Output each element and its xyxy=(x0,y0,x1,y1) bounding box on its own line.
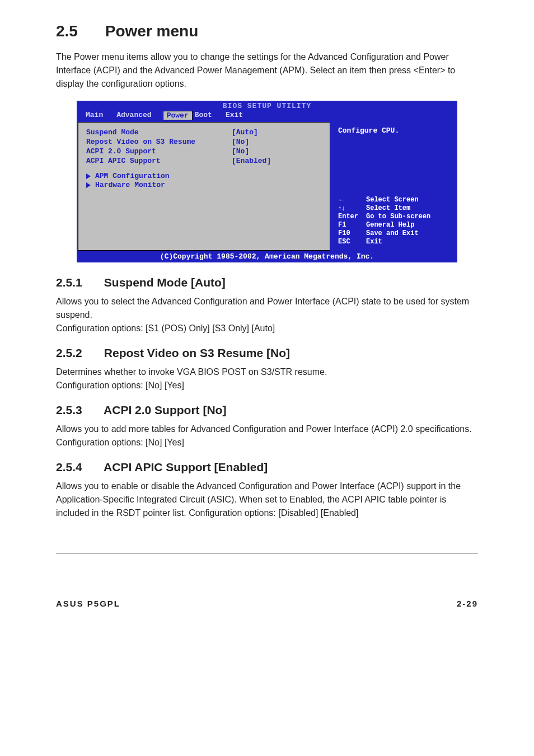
arrow-updown-icon: ↑↓ xyxy=(338,204,366,212)
bios-key-label: Enter xyxy=(338,213,366,220)
bios-row: ACPI 2.0 Support [No] xyxy=(86,147,322,156)
bios-tab-main: Main xyxy=(83,111,114,119)
intro-paragraph: The Power menu items allow you to change… xyxy=(56,50,478,91)
bios-row-value: [No] xyxy=(232,147,249,156)
subsection-heading: Repost Video on S3 Resume [No] xyxy=(104,346,290,359)
bios-row-label: ACPI 2.0 Support xyxy=(86,147,232,156)
subsection-title: 2.5.3 ACPI 2.0 Support [No] xyxy=(56,403,478,417)
subsection-body: Determines whether to invoke VGA BIOS PO… xyxy=(56,365,478,392)
subsection-number: 2.5.3 xyxy=(56,403,101,417)
body-line: Configuration options: [No] [Yes] xyxy=(56,381,184,390)
bios-tab-bar: Main Advanced Power Boot Exit xyxy=(77,111,457,122)
bios-tab-power: Power xyxy=(163,111,193,120)
arrow-left-icon: ← xyxy=(338,196,366,204)
footer-divider xyxy=(56,553,478,554)
bios-screenshot: BIOS SETUP UTILITY Main Advanced Power B… xyxy=(77,101,457,262)
subsection-title: 2.5.2 Repost Video on S3 Resume [No] xyxy=(56,346,478,360)
body-line: Determines whether to invoke VGA BIOS PO… xyxy=(56,367,327,377)
bios-key-label: F1 xyxy=(338,221,366,229)
section-title: 2.5 Power menu xyxy=(56,22,478,40)
bios-tab-boot: Boot xyxy=(193,111,223,119)
bios-row: Repost Video on S3 Resume [No] xyxy=(86,138,322,146)
bios-submenu-label: APM Configuration xyxy=(95,172,170,180)
bios-side-panel: Configure CPU. ← Select Screen ↑↓ Select… xyxy=(330,122,456,251)
bios-submenu-item: Hardware Monitor xyxy=(86,181,322,189)
bios-key-desc: General Help xyxy=(366,221,414,229)
bios-submenu-item: APM Configuration xyxy=(86,172,322,180)
section-number: 2.5 xyxy=(56,22,101,40)
bios-key-row: ← Select Screen xyxy=(338,196,452,204)
subsection-number: 2.5.1 xyxy=(56,276,101,289)
bios-key-row: F1 General Help xyxy=(338,221,452,229)
bios-row-label: Repost Video on S3 Resume xyxy=(86,138,232,146)
bios-key-label: F10 xyxy=(338,229,366,237)
bios-row-label: Suspend Mode xyxy=(86,128,232,137)
bios-row-value: [Auto] xyxy=(232,128,258,137)
subsection-heading: ACPI APIC Support [Enabled] xyxy=(104,461,268,473)
section-heading: Power menu xyxy=(105,22,198,40)
bios-key-desc: Select Item xyxy=(366,204,410,212)
subsection-heading: Suspend Mode [Auto] xyxy=(104,276,226,289)
bios-copyright: (C)Copyright 1985-2002, American Megatre… xyxy=(77,252,457,262)
bios-tab-exit: Exit xyxy=(223,111,254,119)
subsection-body: Allows you to select the Advanced Config… xyxy=(56,295,478,335)
subsection-title: 2.5.1 Suspend Mode [Auto] xyxy=(56,276,478,289)
subsection-title: 2.5.4 ACPI APIC Support [Enabled] xyxy=(56,461,478,474)
bios-key-desc: Go to Sub-screen xyxy=(366,213,430,220)
footer-left: ASUS P5GPL xyxy=(56,599,120,608)
bios-key-desc: Exit xyxy=(366,238,382,246)
bios-key-row: ↑↓ Select Item xyxy=(338,204,452,212)
bios-submenu-label: Hardware Monitor xyxy=(95,181,165,189)
subsection-number: 2.5.4 xyxy=(56,461,101,474)
bios-key-row: ESC Exit xyxy=(338,238,452,246)
subsection-body: Allows you to enable or disable the Adva… xyxy=(56,480,478,520)
subsection-heading: ACPI 2.0 Support [No] xyxy=(104,403,226,416)
bios-row: Suspend Mode [Auto] xyxy=(86,128,322,137)
bios-body: Suspend Mode [Auto] Repost Video on S3 R… xyxy=(77,122,457,252)
footer-right: 2-29 xyxy=(457,599,478,608)
bios-key-legend: ← Select Screen ↑↓ Select Item Enter Go … xyxy=(338,196,452,246)
bios-title: BIOS SETUP UTILITY xyxy=(77,101,457,111)
bios-key-desc: Select Screen xyxy=(366,196,419,204)
triangle-right-icon xyxy=(86,182,91,188)
page-footer: ASUS P5GPL 2-29 xyxy=(56,599,478,608)
bios-submenu-group: APM Configuration Hardware Monitor xyxy=(86,172,322,189)
bios-key-row: Enter Go to Sub-screen xyxy=(338,213,452,220)
bios-hint: Configure CPU. xyxy=(338,126,452,135)
bios-row-value: [No] xyxy=(232,138,249,146)
subsection-body: Allows you to add more tables for Advanc… xyxy=(56,422,478,449)
body-line: Allows you to select the Advanced Config… xyxy=(56,297,469,320)
body-line: Configuration options: [S1 (POS) Only] [… xyxy=(56,323,275,333)
bios-tab-advanced: Advanced xyxy=(114,111,162,119)
bios-row: ACPI APIC Support [Enabled] xyxy=(86,157,322,165)
bios-key-row: F10 Save and Exit xyxy=(338,229,452,237)
bios-row-value: [Enabled] xyxy=(232,157,271,165)
triangle-right-icon xyxy=(86,173,91,179)
subsection-number: 2.5.2 xyxy=(56,346,101,360)
bios-main-panel: Suspend Mode [Auto] Repost Video on S3 R… xyxy=(78,122,330,251)
bios-key-label: ESC xyxy=(338,238,366,246)
bios-key-desc: Save and Exit xyxy=(366,229,419,237)
bios-row-label: ACPI APIC Support xyxy=(86,157,232,165)
